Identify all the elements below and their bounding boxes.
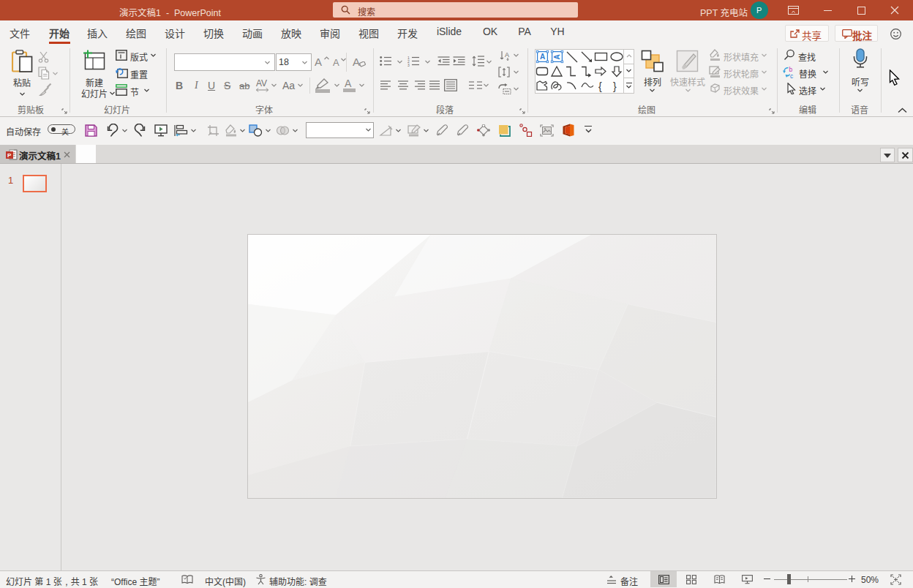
svg-text:3: 3 — [407, 63, 410, 67]
svg-text:A: A — [505, 51, 509, 59]
svg-text:c: c — [790, 72, 794, 79]
svg-text:P: P — [7, 152, 12, 159]
